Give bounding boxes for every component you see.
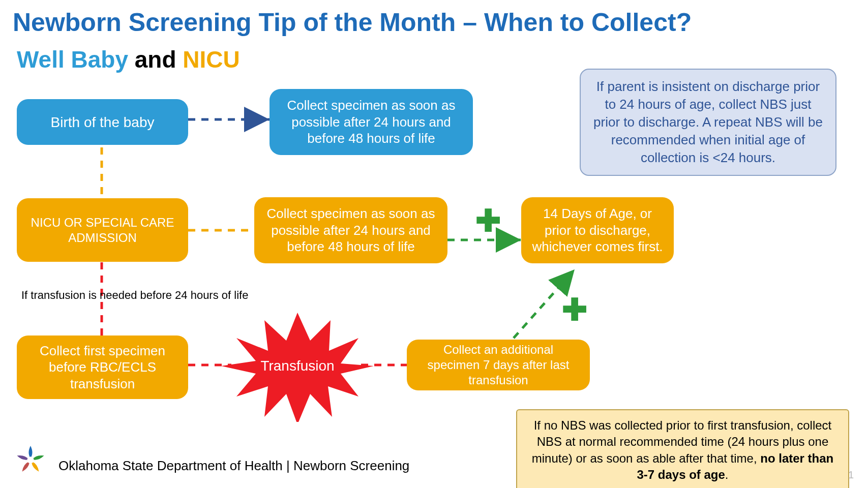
subtitle: Well Baby and NICU <box>17 46 240 73</box>
plus-icon: ✚ <box>562 295 587 325</box>
svg-marker-9 <box>27 456 34 463</box>
node-collect-nicu: Collect specimen as soon as possible aft… <box>254 197 447 263</box>
page-number: 1 <box>848 469 854 481</box>
node-nicu-admission: NICU OR SPECIAL CARE ADMISSION <box>17 198 188 262</box>
note-no-nbs: If no NBS was collected prior to first t… <box>516 409 849 488</box>
agency-logo-icon <box>13 442 48 478</box>
node-fourteen-days: 14 Days of Age, or prior to discharge, w… <box>521 197 674 263</box>
note-early-discharge: If parent is insistent on discharge prio… <box>580 69 836 176</box>
node-first-specimen: Collect first specimen before RBC/ECLS t… <box>17 336 188 399</box>
footer-agency: Oklahoma State Department of Health | Ne… <box>58 458 409 474</box>
subtitle-and: and <box>128 46 183 73</box>
transfusion-label: Transfusion <box>260 358 334 374</box>
subtitle-nicu: NICU <box>183 46 240 73</box>
node-birth: Birth of the baby <box>17 99 188 145</box>
label-if-transfusion: If transfusion is needed before 24 hours… <box>21 289 248 302</box>
node-collect-well: Collect specimen as soon as possible aft… <box>270 89 473 155</box>
node-additional-specimen: Collect an additional specimen 7 days af… <box>407 340 590 390</box>
page-title: Newborn Screening Tip of the Month – Whe… <box>13 8 692 37</box>
plus-icon: ✚ <box>475 206 501 236</box>
node-transfusion-starburst: Transfusion <box>221 310 374 422</box>
subtitle-well: Well Baby <box>17 46 128 73</box>
